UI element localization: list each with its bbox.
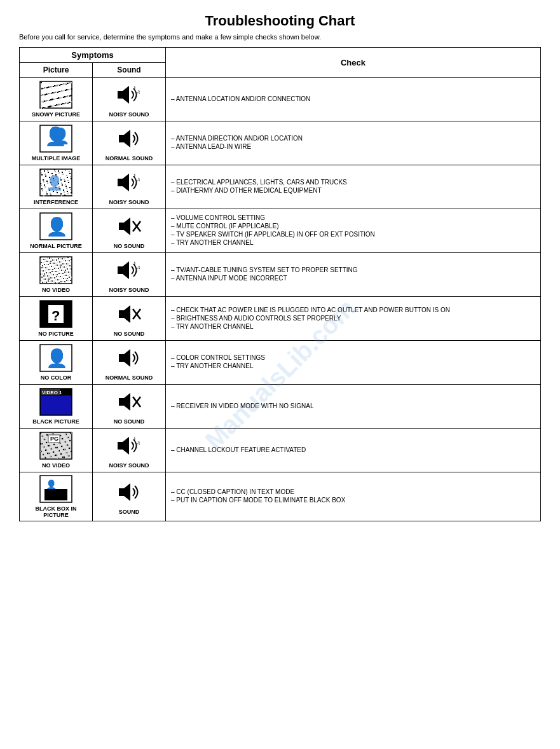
svg-text:♪: ♪ [133, 435, 136, 442]
svg-point-361 [50, 263, 51, 264]
svg-point-471 [69, 440, 71, 441]
svg-rect-87 [70, 88, 71, 90]
picture-cell: PG NO VIDEO [20, 429, 93, 472]
svg-point-246 [57, 271, 58, 272]
svg-point-312 [50, 280, 51, 282]
svg-rect-160 [65, 170, 66, 171]
svg-rect-81 [53, 105, 55, 106]
svg-rect-88 [62, 103, 64, 104]
svg-rect-60 [58, 85, 59, 86]
svg-point-310 [41, 259, 43, 260]
picture-cell: VIDEO 1 BLACK PICTURE [20, 385, 93, 429]
svg-text:?: ? [51, 308, 60, 324]
svg-point-288 [44, 282, 45, 283]
svg-text:PG: PG [50, 436, 58, 442]
svg-point-362 [69, 273, 71, 275]
svg-rect-210 [65, 184, 66, 185]
svg-rect-182 [66, 175, 67, 176]
svg-rect-76 [60, 84, 62, 85]
svg-rect-30 [69, 89, 70, 90]
svg-point-359 [41, 267, 43, 268]
svg-point-397 [40, 432, 41, 434]
svg-rect-181 [40, 183, 41, 184]
svg-rect-144 [61, 195, 62, 196]
table-row: 👤 👤 MULTIPLE IMAGE NORMAL SOUNDANTENNA D… [20, 121, 541, 165]
svg-rect-29 [45, 100, 46, 102]
picture-label: NO VIDEO [42, 287, 70, 293]
svg-rect-193 [67, 191, 68, 192]
svg-point-463 [69, 448, 70, 449]
svg-point-321 [40, 273, 41, 275]
svg-rect-96 [64, 90, 65, 91]
svg-rect-47 [64, 103, 65, 104]
svg-point-271 [51, 280, 53, 282]
sound-label: NOISY SOUND [109, 462, 149, 469]
svg-rect-28 [53, 86, 54, 87]
svg-rect-27 [60, 97, 62, 99]
svg-rect-79 [69, 102, 70, 103]
svg-point-242 [41, 280, 42, 281]
svg-point-282 [50, 269, 51, 270]
svg-rect-171 [65, 186, 67, 187]
svg-point-360 [61, 278, 62, 279]
svg-rect-102 [49, 99, 50, 100]
svg-rect-71 [67, 89, 69, 90]
picture-cell: 👤 👤 MULTIPLE IMAGE [20, 121, 93, 165]
svg-point-283 [70, 280, 71, 281]
svg-rect-70 [44, 100, 45, 102]
sound-cell: NORMAL SOUND [93, 341, 166, 385]
svg-point-341 [60, 281, 62, 282]
table-row: 👤 NORMAL PICTURE NO SOUNDVOLUME CONTROL … [20, 209, 541, 253]
svg-rect-506 [119, 488, 124, 496]
svg-rect-38 [70, 102, 71, 103]
check-cell: CHECK THAT AC POWER LINE IS PLUGGED INTO… [166, 297, 541, 341]
check-cell: ANTENNA LOCATION AND/OR CONNECTION [166, 78, 541, 121]
check-cell: CHANNEL LOCKOUT FEATURE ACTIVATED [166, 429, 541, 472]
svg-point-488 [67, 437, 68, 438]
svg-rect-157 [50, 195, 51, 196]
svg-point-489 [63, 449, 64, 450]
svg-point-324 [68, 280, 69, 281]
svg-point-487 [71, 451, 72, 452]
svg-point-477 [46, 434, 48, 436]
svg-rect-218 [119, 223, 124, 230]
svg-point-473 [62, 438, 63, 439]
svg-point-357 [64, 271, 65, 273]
svg-rect-188 [64, 179, 65, 180]
svg-point-238 [55, 263, 57, 264]
svg-point-491 [55, 447, 57, 448]
svg-rect-105 [57, 91, 58, 92]
svg-point-344 [57, 261, 58, 263]
svg-point-298 [54, 259, 55, 261]
svg-rect-131 [40, 169, 41, 170]
svg-point-264 [69, 257, 71, 258]
svg-point-244 [49, 275, 50, 277]
svg-point-285 [47, 275, 48, 277]
svg-rect-32 [53, 92, 55, 93]
svg-point-273 [60, 276, 61, 277]
svg-point-322 [60, 258, 61, 259]
sound-cell: NORMAL SOUND [93, 121, 166, 165]
check-item: ANTENNA INPUT MODE INCORRECT [171, 275, 535, 282]
svg-point-331 [50, 277, 51, 278]
svg-point-325 [57, 265, 58, 266]
svg-point-316 [66, 271, 67, 273]
sound-cell: ♪ ♫ NOISY SOUND [93, 253, 166, 297]
picture-cell: 👤 BLACK BOX IN PICTURE [20, 472, 93, 521]
svg-point-347 [54, 268, 55, 269]
svg-rect-80 [61, 90, 62, 92]
svg-point-270 [63, 270, 64, 271]
svg-rect-92 [63, 83, 64, 85]
svg-point-493 [48, 445, 49, 446]
picture-label: NO PICTURE [38, 331, 74, 337]
sound-cell: ♪ ♫ NOISY SOUND [93, 429, 166, 472]
svg-point-269 [43, 259, 44, 260]
svg-rect-89 [55, 92, 56, 93]
svg-point-227 [57, 274, 58, 275]
check-item: TRY ANOTHER CHANNEL [171, 362, 535, 369]
svg-point-332 [70, 262, 71, 263]
picture-label: BLACK BOX IN PICTURE [24, 505, 88, 518]
svg-rect-132 [66, 188, 67, 189]
svg-rect-50 [41, 95, 42, 96]
svg-rect-113 [58, 104, 60, 105]
